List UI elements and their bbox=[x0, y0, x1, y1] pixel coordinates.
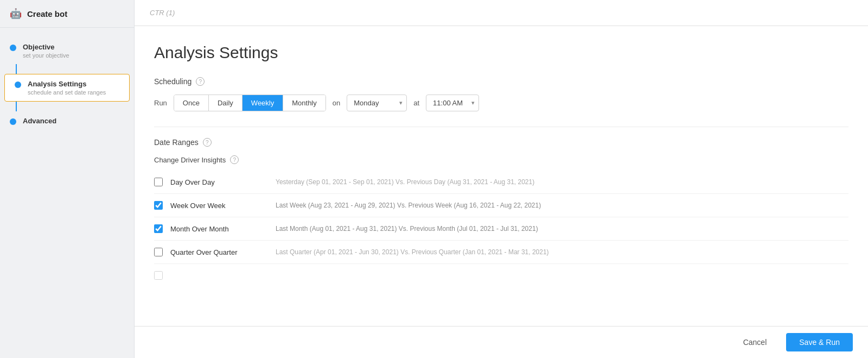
sidebar-item-analysis-settings[interactable]: Analysis Settings schedule and set date … bbox=[4, 74, 130, 102]
nav-content-advanced: Advanced bbox=[23, 117, 56, 125]
app-title: Create bot bbox=[27, 9, 67, 18]
at-label: at bbox=[413, 99, 419, 107]
time-select[interactable]: 11:00 AM 12:00 PM 1:00 PM 2:00 PM bbox=[426, 95, 479, 111]
tab-ctr[interactable]: CTR (1) bbox=[150, 9, 175, 17]
run-label: Run bbox=[154, 99, 167, 107]
freq-daily-button[interactable]: Daily bbox=[209, 95, 242, 111]
main-content: Analysis Settings Scheduling ? Run Once … bbox=[135, 26, 868, 358]
save-run-button[interactable]: Save & Run bbox=[786, 333, 853, 351]
checkbox-partial[interactable] bbox=[154, 271, 163, 280]
freq-monthly-button[interactable]: Monthly bbox=[283, 95, 326, 111]
nav-sub-objective: set your objective bbox=[23, 52, 69, 59]
label-day-over-day: Day Over Day bbox=[170, 178, 257, 186]
label-week-over-week: Week Over Week bbox=[170, 202, 257, 210]
time-select-wrapper: 11:00 AM 12:00 PM 1:00 PM 2:00 PM ▾ bbox=[426, 95, 479, 111]
scheduling-title: Scheduling bbox=[154, 77, 192, 86]
checkbox-week-over-week[interactable] bbox=[154, 201, 163, 210]
nav-label-analysis: Analysis Settings bbox=[28, 80, 106, 88]
nav-sub-analysis: schedule and set date ranges bbox=[28, 89, 106, 96]
nav-connector-2 bbox=[16, 102, 17, 111]
desc-week-over-week: Last Week (Aug 23, 2021 - Aug 29, 2021) … bbox=[276, 202, 541, 209]
nav-dot-analysis bbox=[15, 81, 21, 88]
row-month-over-month: Month Over Month Last Month (Aug 01, 202… bbox=[154, 217, 848, 241]
label-quarter-over-quarter: Quarter Over Quarter bbox=[170, 248, 257, 256]
row-quarter-over-quarter: Quarter Over Quarter Last Quarter (Apr 0… bbox=[154, 241, 848, 264]
nav-connector-1 bbox=[16, 64, 17, 74]
bot-icon: 🤖 bbox=[10, 8, 22, 20]
row-partial bbox=[154, 264, 848, 287]
sidebar-item-objective[interactable]: Objective set your objective bbox=[0, 37, 134, 64]
date-ranges-title: Date Ranges bbox=[154, 138, 199, 147]
date-ranges-section: Date Ranges ? Change Driver Insights ? D… bbox=[154, 138, 848, 287]
footer: Cancel Save & Run bbox=[135, 326, 868, 358]
label-month-over-month: Month Over Month bbox=[170, 225, 257, 233]
checkbox-month-over-month[interactable] bbox=[154, 224, 163, 233]
sidebar-item-advanced[interactable]: Advanced bbox=[0, 111, 134, 130]
scheduling-row: Run Once Daily Weekly Monthly on Monday … bbox=[154, 95, 848, 111]
change-driver-header: Change Driver Insights ? bbox=[154, 155, 848, 164]
day-select[interactable]: Monday Tuesday Wednesday Thursday Friday… bbox=[347, 95, 407, 111]
row-day-over-day: Day Over Day Yesterday (Sep 01, 2021 - S… bbox=[154, 171, 848, 194]
desc-day-over-day: Yesterday (Sep 01, 2021 - Sep 01, 2021) … bbox=[276, 178, 534, 186]
sidebar-header: 🤖 Create bot bbox=[0, 0, 134, 28]
freq-weekly-button[interactable]: Weekly bbox=[242, 95, 283, 111]
date-ranges-help-icon[interactable]: ? bbox=[203, 138, 212, 147]
checkbox-quarter-over-quarter[interactable] bbox=[154, 248, 163, 256]
page-title: Analysis Settings bbox=[154, 43, 848, 62]
nav-content-objective: Objective set your objective bbox=[23, 43, 69, 59]
nav-content-analysis: Analysis Settings schedule and set date … bbox=[28, 80, 106, 96]
nav-dot-advanced bbox=[10, 118, 16, 125]
checkbox-day-over-day[interactable] bbox=[154, 178, 163, 186]
sidebar-nav: Objective set your objective Analysis Se… bbox=[0, 28, 134, 140]
desc-month-over-month: Last Month (Aug 01, 2021 - Aug 31, 2021)… bbox=[276, 225, 538, 233]
nav-label-advanced: Advanced bbox=[23, 117, 56, 125]
desc-quarter-over-quarter: Last Quarter (Apr 01, 2021 - Jun 30, 202… bbox=[276, 248, 549, 256]
scheduling-section: Scheduling ? Run Once Daily Weekly Month… bbox=[154, 77, 848, 111]
frequency-btn-group: Once Daily Weekly Monthly bbox=[174, 95, 326, 111]
change-driver-help-icon[interactable]: ? bbox=[230, 155, 239, 164]
scheduling-header: Scheduling ? bbox=[154, 77, 848, 86]
cancel-button[interactable]: Cancel bbox=[730, 333, 780, 351]
freq-once-button[interactable]: Once bbox=[174, 95, 209, 111]
divider-1 bbox=[154, 127, 848, 127]
change-driver-label: Change Driver Insights bbox=[154, 156, 226, 164]
main-area: CTR (1) Analysis Settings Scheduling ? R… bbox=[135, 0, 868, 358]
row-week-over-week: Week Over Week Last Week (Aug 23, 2021 -… bbox=[154, 194, 848, 217]
tab-bar: CTR (1) bbox=[135, 0, 868, 26]
scheduling-help-icon[interactable]: ? bbox=[196, 77, 205, 86]
day-select-wrapper: Monday Tuesday Wednesday Thursday Friday… bbox=[347, 95, 407, 111]
sidebar: 🤖 Create bot Objective set your objectiv… bbox=[0, 0, 135, 358]
date-ranges-header: Date Ranges ? bbox=[154, 138, 848, 147]
nav-label-objective: Objective bbox=[23, 43, 69, 51]
on-label: on bbox=[333, 99, 340, 107]
nav-dot-objective bbox=[10, 45, 16, 51]
